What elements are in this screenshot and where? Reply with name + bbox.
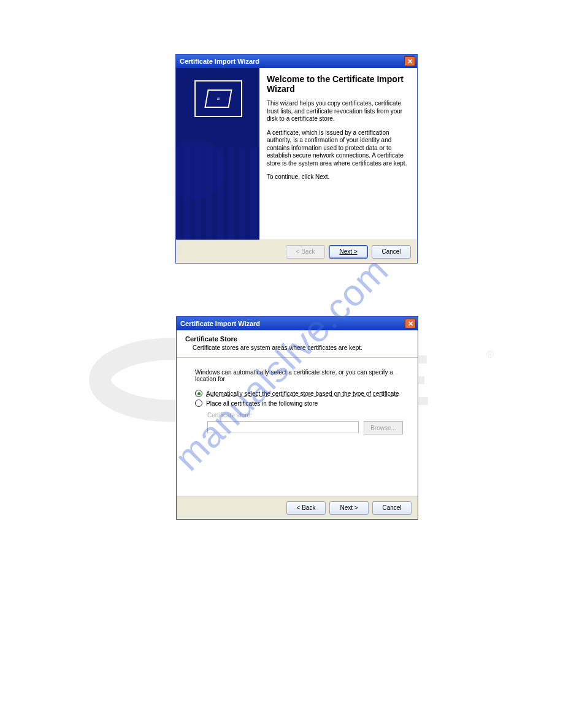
wizard-body: ≡ Welcome to the Certificate Import Wiza…	[176, 68, 417, 240]
wizard-continue-hint: To continue, click Next.	[267, 173, 410, 181]
step-title: Certificate Store	[185, 335, 409, 343]
radio-option-auto[interactable]: Automatically select the certificate sto…	[195, 390, 403, 397]
next-button[interactable]: Next >	[329, 245, 368, 259]
wizard-detail-paragraph: A certificate, which is issued by a cert…	[267, 129, 410, 168]
wizard-store-window: Certificate Import Wizard ✕ Certificate …	[176, 316, 418, 520]
titlebar: Certificate Import Wizard ✕	[177, 317, 418, 330]
svg-text:®: ®	[486, 349, 494, 360]
wizard-body: Certificate Store Certificate stores are…	[177, 330, 418, 496]
cancel-button[interactable]: Cancel	[372, 501, 412, 515]
close-icon: ✕	[407, 58, 413, 65]
wizard-footer: < Back Next > Cancel	[177, 496, 418, 519]
wizard-intro-paragraph: This wizard helps you copy certificates,…	[267, 100, 410, 123]
step-header: Certificate Store Certificate stores are…	[177, 330, 418, 355]
titlebar: Certificate Import Wizard ✕	[176, 55, 417, 68]
cancel-button[interactable]: Cancel	[372, 245, 411, 259]
close-icon: ✕	[408, 320, 413, 327]
back-button[interactable]: < Back	[286, 501, 326, 515]
window-title: Certificate Import Wizard	[180, 320, 405, 327]
store-path-input	[207, 421, 359, 433]
radio-auto-label: Automatically select the certificate sto…	[206, 390, 399, 397]
radio-icon	[195, 390, 202, 397]
radio-icon	[195, 400, 202, 407]
browse-button: Browse...	[364, 421, 403, 434]
wizard-content: Welcome to the Certificate Import Wizard…	[259, 68, 417, 240]
store-path-label: Certificate store:	[207, 412, 252, 419]
window-title: Certificate Import Wizard	[180, 58, 404, 65]
store-intro-text: Windows can automatically select a certi…	[195, 369, 403, 382]
wizard-welcome-window: Certificate Import Wizard ✕ ≡ Welcome to…	[175, 54, 418, 264]
page-title: Welcome to the Certificate Import Wizard	[267, 74, 410, 94]
close-button[interactable]: ✕	[405, 319, 416, 328]
manual-store-block: Certificate store: Browse...	[207, 412, 403, 434]
wizard-footer: < Back Next > Cancel	[176, 240, 417, 263]
next-button[interactable]: Next >	[329, 501, 369, 515]
certificate-icon: ≡	[194, 80, 242, 117]
next-button-label: Next >	[339, 248, 357, 255]
radio-manual-label: Place all certificates in the following …	[206, 400, 318, 407]
wizard-banner: ≡	[176, 68, 259, 240]
back-button: < Back	[286, 245, 325, 259]
step-description: Certificate stores are system areas wher…	[193, 344, 409, 351]
step-content: Windows can automatically select a certi…	[177, 358, 418, 437]
radio-option-manual[interactable]: Place all certificates in the following …	[195, 400, 403, 407]
close-button[interactable]: ✕	[404, 56, 415, 66]
